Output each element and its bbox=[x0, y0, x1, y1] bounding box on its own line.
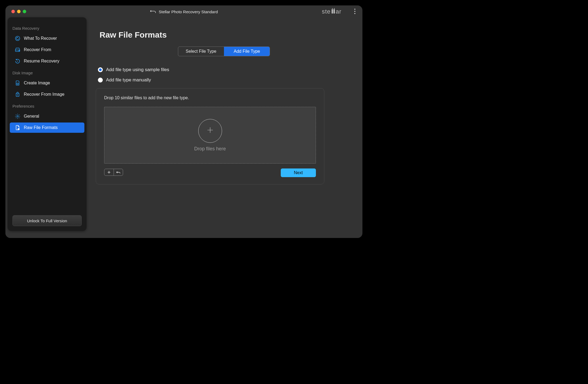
file-dropzone[interactable]: Drop files here bbox=[104, 107, 316, 164]
sidebar-item-raw-file-formats[interactable]: Raw File Formats bbox=[10, 123, 84, 133]
zoom-window-button[interactable] bbox=[23, 10, 26, 13]
sidebar-section-data-recovery: Data Recovery bbox=[8, 22, 87, 33]
radio-label: Add file type manually bbox=[106, 77, 151, 83]
raw-file-icon bbox=[15, 125, 21, 131]
svg-text:ar: ar bbox=[336, 8, 342, 15]
svg-point-5 bbox=[334, 8, 335, 9]
titlebar: Stellar Photo Recovery Standard ste ar bbox=[5, 5, 362, 18]
radio-indicator bbox=[98, 67, 103, 72]
sidebar: Data Recovery What To Recover Recover Fr… bbox=[8, 17, 87, 231]
panel-hint: Drop 10 similar files to add the new fil… bbox=[104, 95, 316, 100]
sidebar-item-recover-from-image[interactable]: Recover From Image bbox=[10, 89, 84, 100]
app-window: Stellar Photo Recovery Standard ste ar D… bbox=[5, 5, 362, 238]
recover-target-icon bbox=[15, 35, 21, 41]
svg-point-8 bbox=[19, 51, 19, 51]
recover-image-icon bbox=[15, 91, 21, 97]
drive-icon bbox=[15, 47, 21, 53]
sidebar-item-create-image[interactable]: Create Image bbox=[10, 78, 84, 88]
sidebar-item-recover-from[interactable]: Recover From bbox=[10, 45, 84, 55]
sidebar-item-label: Resume Recovery bbox=[24, 59, 60, 64]
next-button[interactable]: Next bbox=[281, 168, 316, 177]
sidebar-section-disk-image: Disk Image bbox=[8, 67, 87, 77]
sidebar-item-resume-recovery[interactable]: Resume Recovery bbox=[10, 56, 84, 66]
titlebar-title: Stellar Photo Recovery Standard bbox=[159, 9, 218, 14]
svg-point-9 bbox=[17, 83, 18, 85]
plus-icon bbox=[206, 126, 214, 135]
close-window-button[interactable] bbox=[11, 10, 15, 13]
sidebar-item-label: Raw File Formats bbox=[24, 125, 58, 130]
resume-icon bbox=[15, 58, 21, 64]
add-mode-radio-group: Add file type using sample files Add fil… bbox=[98, 67, 356, 83]
back-icon[interactable] bbox=[150, 9, 156, 14]
gear-icon bbox=[15, 113, 21, 119]
dropzone-plus-circle bbox=[198, 119, 222, 143]
svg-point-4 bbox=[332, 8, 333, 9]
radio-sample-files[interactable]: Add file type using sample files bbox=[98, 67, 356, 72]
more-menu-button[interactable] bbox=[352, 8, 358, 15]
radio-label: Add file type using sample files bbox=[106, 67, 169, 72]
svg-point-6 bbox=[15, 36, 20, 41]
sidebar-item-label: Recover From bbox=[24, 47, 51, 52]
sidebar-item-label: What To Recover bbox=[24, 36, 57, 41]
create-image-icon bbox=[15, 80, 21, 86]
svg-rect-2 bbox=[333, 9, 335, 14]
dropzone-mini-controls bbox=[104, 169, 123, 176]
svg-point-10 bbox=[17, 115, 18, 117]
minimize-window-button[interactable] bbox=[17, 10, 21, 13]
undo-button[interactable] bbox=[114, 169, 123, 176]
sidebar-section-preferences: Preferences bbox=[8, 100, 87, 111]
tab-add-file-type[interactable]: Add File Type bbox=[224, 47, 270, 56]
sidebar-item-what-to-recover[interactable]: What To Recover bbox=[10, 33, 84, 44]
sidebar-item-label: General bbox=[24, 114, 39, 119]
filetype-tabs: Select File Type Add File Type bbox=[178, 47, 270, 56]
radio-manual[interactable]: Add file type manually bbox=[98, 77, 356, 83]
panel-footer: Next bbox=[104, 167, 316, 177]
sidebar-item-label: Recover From Image bbox=[24, 92, 64, 97]
sidebar-item-general[interactable]: General bbox=[10, 111, 84, 121]
add-file-button[interactable] bbox=[104, 169, 114, 176]
svg-text:ste: ste bbox=[322, 8, 331, 15]
tab-select-file-type[interactable]: Select File Type bbox=[178, 47, 224, 56]
main-content: Raw File Formats Select File Type Add Fi… bbox=[91, 24, 356, 232]
unlock-full-version-button[interactable]: Unlock To Full Version bbox=[12, 215, 82, 226]
titlebar-title-group: Stellar Photo Recovery Standard bbox=[5, 5, 362, 18]
dropzone-label: Drop files here bbox=[194, 146, 226, 152]
brand-logo: ste ar bbox=[322, 8, 349, 15]
add-file-type-panel: Drop 10 similar files to add the new fil… bbox=[96, 88, 324, 184]
window-controls bbox=[11, 10, 26, 13]
page-title: Raw File Formats bbox=[100, 30, 356, 39]
sidebar-item-label: Create Image bbox=[24, 81, 50, 85]
radio-indicator bbox=[98, 78, 103, 82]
svg-rect-1 bbox=[332, 9, 333, 14]
